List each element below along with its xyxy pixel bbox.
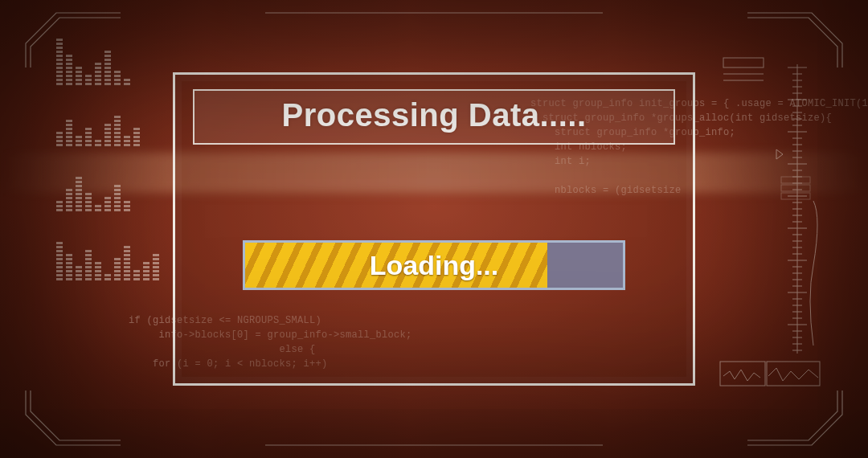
progress-label: Loading... bbox=[245, 250, 623, 281]
svg-marker-5 bbox=[776, 149, 783, 159]
window-title: Processing Data..... bbox=[194, 97, 674, 133]
processing-window: Processing Data..... Loading... bbox=[173, 72, 695, 386]
svg-rect-98 bbox=[781, 185, 810, 191]
svg-rect-97 bbox=[781, 177, 810, 183]
progress-bar: Loading... bbox=[243, 240, 625, 290]
window-titlebar: Processing Data..... bbox=[193, 89, 675, 145]
hud-equalizer bbox=[56, 39, 153, 280]
hud-gauge bbox=[719, 56, 823, 394]
svg-rect-2 bbox=[723, 58, 764, 67]
